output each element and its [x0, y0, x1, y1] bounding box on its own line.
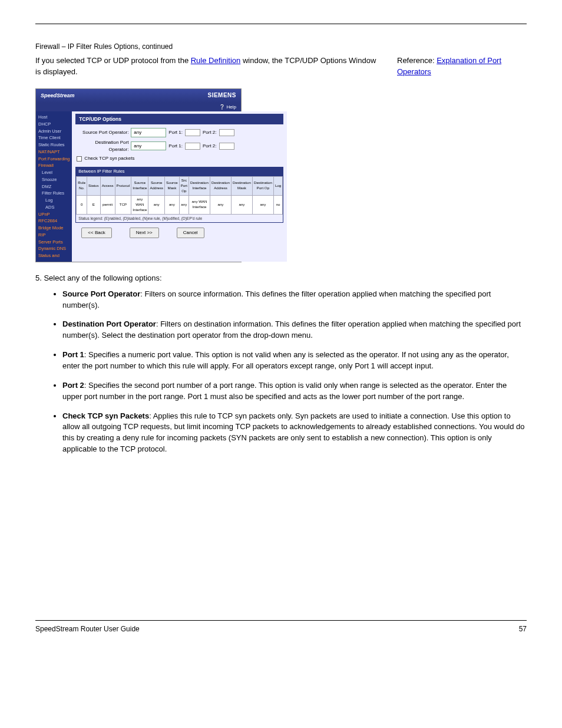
src-port1-input[interactable]	[185, 129, 200, 136]
td: 0	[77, 195, 87, 214]
footer-right: 57	[519, 624, 527, 634]
sidebar-item[interactable]: UPnP	[38, 211, 70, 218]
help-icon[interactable]: ❔	[219, 104, 226, 110]
td: any	[210, 195, 232, 214]
th: Src Port Op	[179, 176, 189, 195]
sidebar-item[interactable]: Admin User	[38, 128, 70, 135]
sidebar-item[interactable]: RFC2684	[38, 218, 70, 225]
th: Source Interface	[131, 176, 148, 195]
th: Log	[273, 176, 282, 195]
sidebar-item[interactable]: ADS	[38, 204, 70, 211]
footer-left: SpeedStream Router User Guide	[35, 624, 140, 634]
th: Destination Address	[210, 176, 232, 195]
sidebar-item[interactable]: RIP	[38, 232, 70, 239]
th: Access	[100, 176, 115, 195]
td: any	[165, 195, 180, 214]
th: Source Mask	[165, 176, 180, 195]
sidebar-item[interactable]: Server Ports	[38, 239, 70, 246]
src-port2-input[interactable]	[219, 129, 234, 136]
option-name: Check TCP syn Packets	[62, 411, 149, 420]
ss-sidebar: Host DHCP Admin User Time Client Static …	[36, 111, 72, 262]
port2-label: Port 2:	[203, 129, 217, 136]
td: any	[179, 195, 189, 214]
help-link[interactable]: Help	[227, 104, 236, 110]
continued-heading: Firewall – IP Filter Rules Options, cont…	[35, 42, 527, 52]
src-port-label: Source Port Operator:	[75, 129, 128, 136]
port1-label: Port 1:	[168, 129, 183, 136]
sidebar-item[interactable]: Time Client	[38, 134, 70, 141]
sidebar-item[interactable]: Filter Rules	[38, 190, 70, 197]
th: Rule No.	[77, 176, 87, 195]
th: Destination Mask	[231, 176, 252, 195]
dst-port2-input[interactable]	[219, 143, 234, 150]
sidebar-item[interactable]: Host	[38, 114, 70, 121]
ss-brand: SpeedStream	[41, 92, 75, 100]
th: Source Address	[148, 176, 165, 195]
sidebar-item[interactable]: Static Routes	[38, 141, 70, 149]
table-row: 0 E permit TCP any WAN Interface any any…	[77, 195, 283, 214]
sidebar-item[interactable]: Dynamic DNS	[38, 245, 70, 252]
options-list: Source Port Operator: Filters on source …	[62, 289, 527, 455]
td: any	[148, 195, 165, 214]
td: any WAN Interface	[131, 195, 148, 214]
sidebar-item[interactable]: DMZ	[38, 183, 70, 190]
td: no	[273, 195, 282, 214]
td: TCP	[115, 195, 131, 214]
tcpudp-options-screenshot: SpeedStream SIEMENS ❔ Help Host DHCP Adm…	[35, 88, 242, 262]
list-item: Port 2: Specifies the second port number…	[62, 380, 527, 403]
option-desc: Specifies a numeric port value. This opt…	[62, 350, 509, 370]
syn-checkbox-label: Check TCP syn packets	[84, 155, 134, 162]
list-item: Destination Port Operator: Filters on de…	[62, 319, 527, 341]
th: Status	[87, 176, 101, 195]
src-port-select[interactable]: any	[131, 128, 166, 137]
list-item: Check TCP syn Packets: Applies this rule…	[62, 411, 527, 455]
dst-port1-input[interactable]	[185, 143, 200, 150]
option-name: Destination Port Operator	[62, 319, 156, 328]
ss-table-header: Between IP Filter Rules	[76, 167, 283, 176]
back-button[interactable]: << Back	[81, 228, 111, 238]
intro-paragraph: If you selected TCP or UDP protocol from…	[35, 55, 379, 78]
option-colon: :	[84, 381, 88, 390]
th: Protocol	[115, 176, 131, 195]
option-desc: Specifies the second port number of a po…	[62, 381, 507, 401]
ss-table-legend: Status legend: (E)nabled, (D)isabled, (N…	[76, 215, 283, 222]
reference-block: Reference: Explanation of Port Operators	[397, 55, 527, 78]
td: E	[87, 195, 101, 214]
dst-port-select[interactable]: any	[131, 141, 166, 151]
cancel-button[interactable]: Cancel	[177, 228, 204, 238]
th: Destination Port Op	[252, 176, 273, 195]
rule-definition-link[interactable]: Rule Definition	[191, 56, 241, 65]
sidebar-item[interactable]: Log	[38, 197, 70, 204]
sidebar-item[interactable]: NAT/NAPT	[38, 149, 70, 156]
td: any	[231, 195, 252, 214]
sidebar-item[interactable]: Snooze	[38, 176, 70, 183]
sidebar-item[interactable]: DHCP	[38, 121, 70, 128]
syn-checkbox[interactable]	[77, 156, 82, 162]
dst-port-label: Destination Port Operator:	[75, 139, 128, 153]
next-button[interactable]: Next >>	[130, 228, 159, 238]
sidebar-item[interactable]: Firewall	[38, 162, 70, 169]
ss-logo: SIEMENS	[207, 91, 236, 100]
ss-panel-title: TCP/UDP Options	[75, 114, 283, 124]
step-text: 5. Select any of the following options:	[35, 273, 527, 284]
port1-label: Port 1:	[168, 143, 183, 150]
sidebar-item[interactable]: Bridge Mode	[38, 225, 70, 232]
sidebar-item[interactable]: Level	[38, 169, 70, 176]
ss-filter-table: Rule No. Status Access Protocol Source I…	[76, 176, 283, 215]
reference-label: Reference:	[397, 56, 437, 65]
intro-prefix: If you selected TCP or UDP protocol from…	[35, 56, 191, 65]
list-item: Port 1: Specifies a numeric port value. …	[62, 350, 527, 372]
th: Destination Interface	[189, 176, 210, 195]
port2-label: Port 2:	[203, 143, 217, 150]
option-colon: :	[84, 350, 88, 359]
option-name: Port 2	[62, 381, 84, 390]
td: permit	[100, 195, 115, 214]
td: any WAN Interface	[189, 195, 210, 214]
option-name: Source Port Operator	[62, 289, 140, 298]
sidebar-item[interactable]: Status and	[38, 252, 70, 259]
option-name: Port 1	[62, 350, 84, 359]
list-item: Source Port Operator: Filters on source …	[62, 289, 527, 311]
sidebar-item[interactable]: Port Forwarding	[38, 156, 70, 163]
td: any	[252, 195, 273, 214]
